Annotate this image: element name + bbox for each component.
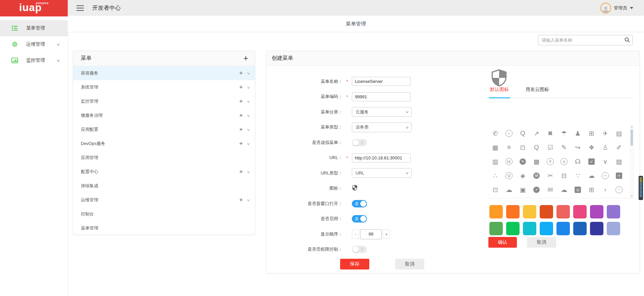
- user-menu[interactable]: 管理员: [600, 3, 633, 13]
- color-swatch-15[interactable]: [607, 222, 620, 235]
- cloud-solid-icon[interactable]: ☁: [557, 183, 571, 197]
- apps-grid-icon[interactable]: ▦: [488, 140, 502, 154]
- user-icon[interactable]: ♙: [598, 140, 612, 154]
- trash-icon[interactable]: ▥: [488, 154, 502, 168]
- plus-square-icon[interactable]: +: [612, 168, 626, 183]
- menu-tree-row-4[interactable]: 应用配置+∨: [73, 122, 255, 137]
- chevron-down-icon[interactable]: ∨: [247, 100, 250, 103]
- menu-tree-row-11[interactable]: 菜单管理: [73, 221, 255, 235]
- color-swatch-11[interactable]: [540, 222, 553, 235]
- virtual-menu-toggle[interactable]: 否: [352, 139, 367, 146]
- color-swatch-1[interactable]: [506, 205, 520, 218]
- add-submenu-button[interactable]: +: [238, 126, 245, 133]
- menu-tree-row-7[interactable]: 配置中心+∨: [73, 165, 255, 179]
- add-submenu-button[interactable]: +: [238, 196, 245, 204]
- grid-squares-icon[interactable]: ⊞: [585, 126, 598, 140]
- sidebar-item-2[interactable]: 监控管理∨: [0, 52, 68, 68]
- add-submenu-button[interactable]: +: [238, 69, 245, 77]
- save-button[interactable]: 保存: [340, 259, 369, 269]
- chevron-down-icon[interactable]: ∨: [247, 128, 250, 132]
- scroll-up-icon[interactable]: ▲: [630, 126, 633, 129]
- menu-tree-row-9[interactable]: 运维管理+∨: [73, 193, 255, 207]
- scroll-down-icon[interactable]: ▼: [630, 195, 633, 198]
- add-submenu-button[interactable]: +: [238, 98, 245, 105]
- edit-note-icon[interactable]: ✐: [612, 140, 626, 154]
- chevron-down-icon[interactable]: ∨: [247, 86, 250, 89]
- shield-grid-icon[interactable]: ◈: [516, 168, 530, 183]
- hamburger-menu-icon[interactable]: [76, 5, 84, 11]
- search-circle-icon[interactable]: q: [557, 154, 571, 168]
- zoom-in-icon[interactable]: Q: [502, 168, 516, 183]
- brand-logo[interactable]: yonyou iuap: [0, 0, 68, 16]
- color-swatch-3[interactable]: [540, 205, 553, 218]
- sidebar-item-0[interactable]: 菜单管理: [0, 20, 68, 36]
- add-submenu-button[interactable]: +: [238, 112, 245, 119]
- stepper-plus-button[interactable]: +: [383, 230, 390, 239]
- menu-tree-row-1[interactable]: 系统管理+∨: [73, 80, 255, 94]
- display-order-value[interactable]: 99: [360, 229, 382, 239]
- chart-trend-icon[interactable]: ↗: [530, 126, 543, 140]
- permission-control-toggle[interactable]: 否: [352, 246, 367, 253]
- bell-icon[interactable]: ☊: [571, 154, 585, 168]
- color-swatch-10[interactable]: [523, 222, 536, 235]
- org-chart-icon[interactable]: ∴: [488, 168, 502, 183]
- menu-lines-icon[interactable]: ≡: [502, 140, 516, 154]
- menu-tree-row-8[interactable]: 持续集成: [73, 179, 255, 193]
- color-swatch-5[interactable]: [573, 205, 587, 218]
- menu-tree-row-6[interactable]: 应用管理: [73, 151, 255, 165]
- url-field[interactable]: [352, 153, 411, 162]
- scrollbar-thumb[interactable]: [631, 130, 633, 146]
- tab-default-icons[interactable]: 默认图标: [489, 85, 509, 98]
- confirm-button[interactable]: 确认: [488, 237, 517, 248]
- color-swatch-13[interactable]: [573, 222, 587, 235]
- url-type-select[interactable]: URL∨: [352, 168, 412, 178]
- open-new-window-toggle[interactable]: 是: [352, 200, 367, 207]
- tab-yonyou-cloud-icons[interactable]: 用友云图标: [525, 85, 550, 98]
- icon-grid-scrollbar[interactable]: ▲ ▼: [630, 125, 634, 198]
- picker-cancel-button[interactable]: 取消: [527, 237, 556, 248]
- yen-circle-icon[interactable]: ¥: [543, 154, 557, 168]
- add-submenu-button[interactable]: +: [238, 84, 245, 91]
- chevron-down-icon[interactable]: ∨: [247, 170, 250, 174]
- menu-tree-row-3[interactable]: 微服务治理+∨: [73, 108, 255, 122]
- nodes-icon[interactable]: ∵: [571, 168, 585, 183]
- close-icon[interactable]: ✖: [543, 126, 557, 140]
- package-icon[interactable]: ▣: [516, 183, 530, 197]
- add-submenu-button[interactable]: +: [238, 140, 245, 147]
- chevron-down-icon[interactable]: ∨: [247, 198, 250, 202]
- search-bold-icon[interactable]: Q: [516, 126, 530, 140]
- stepper-minus-button[interactable]: -: [352, 230, 359, 239]
- color-swatch-7[interactable]: [607, 205, 620, 218]
- qq-icon[interactable]: ♟: [571, 126, 585, 140]
- clipboard-check-icon[interactable]: ☑: [543, 140, 557, 154]
- menu-tree-row-5[interactable]: DevOps服务+∨: [73, 137, 255, 151]
- search-icon[interactable]: [624, 37, 630, 43]
- qr-code-icon[interactable]: ▩: [530, 154, 543, 168]
- ticket-icon[interactable]: ✉: [543, 183, 557, 197]
- color-swatch-0[interactable]: [489, 205, 503, 218]
- color-swatch-2[interactable]: [523, 205, 536, 218]
- enabled-toggle[interactable]: 是: [352, 215, 367, 223]
- color-swatch-8[interactable]: [489, 222, 503, 235]
- chevron-right-icon[interactable]: ›: [598, 183, 612, 197]
- menu-tree-row-10[interactable]: 控制台: [73, 207, 255, 221]
- wechat-icon[interactable]: ✆: [488, 126, 502, 140]
- color-swatch-4[interactable]: [556, 205, 570, 218]
- paper-plane-icon[interactable]: ✈: [598, 126, 612, 140]
- add-submenu-button[interactable]: +: [238, 168, 245, 176]
- menu-name-field[interactable]: [352, 77, 411, 86]
- menu-tree-row-0[interactable]: 容器服务+∨: [73, 66, 255, 80]
- close-circle-icon[interactable]: ×: [598, 168, 612, 183]
- form-cancel-button[interactable]: 取消: [395, 259, 424, 269]
- menu-category-select[interactable]: 云服务∨: [352, 107, 412, 117]
- search-input[interactable]: [538, 35, 633, 45]
- chevron-down-icon[interactable]: ∨: [247, 71, 250, 75]
- id-card-icon[interactable]: ▧: [612, 154, 626, 168]
- table-grid-icon[interactable]: ⊞: [585, 183, 598, 197]
- search-icon[interactable]: Q: [530, 140, 543, 154]
- color-swatch-12[interactable]: [556, 222, 570, 235]
- chevron-down-icon[interactable]: ∨: [247, 114, 250, 117]
- share-arrow-icon[interactable]: ↪: [571, 140, 585, 154]
- shield-compare-icon[interactable]: 比: [502, 154, 516, 168]
- chevron-down-icon[interactable]: ∨: [598, 154, 612, 168]
